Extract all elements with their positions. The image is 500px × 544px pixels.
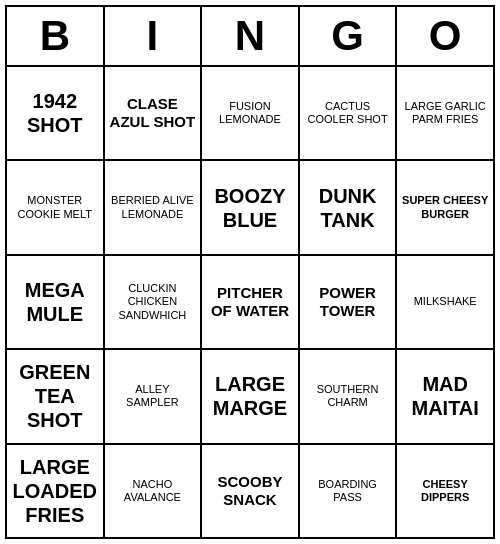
bingo-cell-1-1: BERRIED ALIVE LEMONADE [105, 161, 203, 253]
bingo-cell-4-4: CHEESY DIPPERS [397, 445, 493, 537]
bingo-cell-2-3: POWER TOWER [300, 256, 398, 348]
bingo-letter-i: I [105, 7, 203, 65]
bingo-cell-0-2: FUSION LEMONADE [202, 67, 300, 159]
bingo-letter-g: G [300, 7, 398, 65]
bingo-cell-2-2: PITCHER OF WATER [202, 256, 300, 348]
bingo-cell-0-4: LARGE GARLIC PARM FRIES [397, 67, 493, 159]
bingo-header: BINGO [7, 7, 493, 67]
bingo-row-2: MEGA MULECLUCKIN CHICKEN SANDWHICHPITCHE… [7, 256, 493, 350]
bingo-cell-3-0: GREEN TEA SHOT [7, 350, 105, 442]
bingo-row-4: LARGE LOADED FRIESNACHO AVALANCESCOOBY S… [7, 445, 493, 537]
bingo-cell-2-0: MEGA MULE [7, 256, 105, 348]
bingo-cell-1-0: MONSTER COOKIE MELT [7, 161, 105, 253]
bingo-cell-4-2: SCOOBY SNACK [202, 445, 300, 537]
bingo-grid: 1942 SHOTCLASE AZUL SHOTFUSION LEMONADEC… [7, 67, 493, 537]
bingo-cell-2-1: CLUCKIN CHICKEN SANDWHICH [105, 256, 203, 348]
bingo-letter-o: O [397, 7, 493, 65]
bingo-cell-1-4: SUPER CHEESY BURGER [397, 161, 493, 253]
bingo-cell-1-3: DUNK TANK [300, 161, 398, 253]
bingo-cell-0-3: CACTUS COOLER SHOT [300, 67, 398, 159]
bingo-cell-4-3: BOARDING PASS [300, 445, 398, 537]
bingo-cell-0-1: CLASE AZUL SHOT [105, 67, 203, 159]
bingo-card: BINGO 1942 SHOTCLASE AZUL SHOTFUSION LEM… [5, 5, 495, 539]
bingo-letter-b: B [7, 7, 105, 65]
bingo-row-0: 1942 SHOTCLASE AZUL SHOTFUSION LEMONADEC… [7, 67, 493, 161]
bingo-cell-2-4: MILKSHAKE [397, 256, 493, 348]
bingo-cell-3-1: ALLEY SAMPLER [105, 350, 203, 442]
bingo-row-3: GREEN TEA SHOTALLEY SAMPLERLARGE MARGESO… [7, 350, 493, 444]
bingo-letter-n: N [202, 7, 300, 65]
bingo-cell-0-0: 1942 SHOT [7, 67, 105, 159]
bingo-cell-3-4: MAD MAITAI [397, 350, 493, 442]
bingo-cell-1-2: BOOZY BLUE [202, 161, 300, 253]
bingo-row-1: MONSTER COOKIE MELTBERRIED ALIVE LEMONAD… [7, 161, 493, 255]
bingo-cell-4-0: LARGE LOADED FRIES [7, 445, 105, 537]
bingo-cell-3-3: SOUTHERN CHARM [300, 350, 398, 442]
bingo-cell-3-2: LARGE MARGE [202, 350, 300, 442]
bingo-cell-4-1: NACHO AVALANCE [105, 445, 203, 537]
